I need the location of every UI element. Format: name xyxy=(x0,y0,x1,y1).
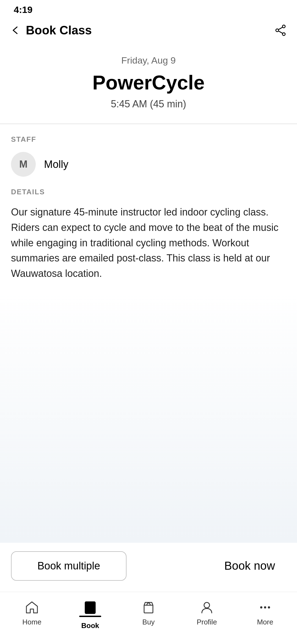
share-icon xyxy=(274,24,287,37)
details-section: DETAILS Our signature 45-minute instruct… xyxy=(0,185,297,292)
book-multiple-button[interactable]: Book multiple xyxy=(11,551,127,581)
staff-row: M Molly xyxy=(11,152,286,177)
nav-label-profile: Profile xyxy=(197,618,217,626)
svg-point-11 xyxy=(264,606,266,608)
staff-name: Molly xyxy=(44,159,68,170)
more-icon xyxy=(258,600,272,615)
nav-item-book[interactable]: Book xyxy=(61,600,119,630)
header: Book Class xyxy=(0,17,297,44)
buy-icon xyxy=(141,600,156,615)
svg-point-10 xyxy=(260,606,262,608)
nav-item-profile[interactable]: Profile xyxy=(178,600,236,626)
class-name: PowerCycle xyxy=(11,71,286,94)
nav-label-book: Book xyxy=(81,621,99,630)
svg-point-12 xyxy=(268,606,270,608)
nav-label-home: Home xyxy=(22,618,41,626)
class-date: Friday, Aug 9 xyxy=(11,55,286,66)
staff-avatar-initial: M xyxy=(19,159,28,170)
svg-line-3 xyxy=(279,27,283,30)
nav-active-indicator xyxy=(79,616,101,617)
nav-item-home[interactable]: Home xyxy=(3,600,61,626)
svg-point-9 xyxy=(204,602,210,608)
nav-item-more[interactable]: More xyxy=(236,600,294,626)
staff-section: STAFF M Molly xyxy=(0,124,297,185)
status-time: 4:19 xyxy=(14,4,32,15)
staff-section-label: STAFF xyxy=(11,135,286,144)
share-button[interactable] xyxy=(274,24,287,37)
bottom-nav: Home Book Buy Profile xyxy=(0,592,297,644)
home-icon xyxy=(25,600,39,615)
class-time: 5:45 AM (45 min) xyxy=(11,98,286,110)
nav-label-buy: Buy xyxy=(142,618,155,626)
svg-line-4 xyxy=(279,31,283,34)
book-now-button[interactable]: Book now xyxy=(213,551,286,581)
details-description: Our signature 45-minute instructor led i… xyxy=(11,204,286,281)
staff-avatar: M xyxy=(11,152,36,177)
class-info: Friday, Aug 9 PowerCycle 5:45 AM (45 min… xyxy=(0,44,297,124)
page-title: Book Class xyxy=(26,23,92,37)
status-bar: 4:19 xyxy=(0,0,297,17)
action-buttons: Book multiple Book now xyxy=(0,543,297,592)
back-button[interactable] xyxy=(10,25,21,36)
nav-label-more: More xyxy=(257,618,273,626)
header-left: Book Class xyxy=(10,23,92,37)
details-section-label: DETAILS xyxy=(11,188,286,196)
back-arrow-icon xyxy=(10,25,21,36)
profile-icon xyxy=(200,600,214,615)
nav-item-buy[interactable]: Buy xyxy=(119,600,178,626)
content-spacer xyxy=(0,292,297,543)
book-icon xyxy=(83,600,97,615)
